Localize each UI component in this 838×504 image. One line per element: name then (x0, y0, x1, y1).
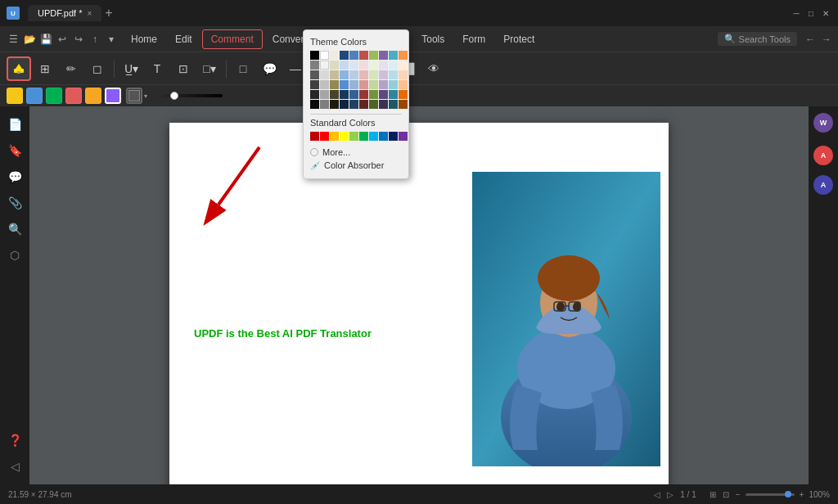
ai-badge-b[interactable]: A (813, 175, 833, 195)
color-cell[interactable] (389, 51, 398, 60)
color-cell[interactable] (340, 61, 349, 70)
color-cell[interactable] (379, 70, 388, 79)
color-cell[interactable] (310, 80, 319, 89)
color-picker-btn[interactable]: ▾ (126, 88, 147, 104)
std-color-cell[interactable] (369, 132, 378, 141)
color-cell[interactable] (369, 61, 378, 70)
swatch-green[interactable] (46, 88, 62, 104)
sidebar-collapse-btn[interactable]: ◁ (3, 455, 26, 478)
eraser-tool-btn[interactable]: ◻ (85, 56, 110, 81)
color-cell[interactable] (399, 100, 408, 109)
color-cell[interactable] (369, 51, 378, 60)
fit-page-icon[interactable]: ⊞ (710, 490, 716, 499)
color-cell[interactable] (310, 61, 319, 70)
close-icon[interactable]: ✕ (820, 7, 831, 19)
color-cell[interactable] (379, 61, 388, 70)
color-cell[interactable] (310, 70, 319, 79)
sidebar-help-btn[interactable]: ❓ (3, 429, 26, 452)
color-cell[interactable] (340, 90, 349, 99)
color-cell[interactable] (369, 70, 378, 79)
color-cell[interactable] (349, 51, 358, 60)
color-cell[interactable] (320, 90, 329, 99)
color-cell[interactable] (379, 51, 388, 60)
new-tab-btn[interactable]: + (105, 6, 112, 20)
color-cell[interactable] (379, 100, 388, 109)
callout-tool-btn[interactable]: □ (231, 56, 255, 81)
crop-tool-btn[interactable]: ⊡ (171, 56, 196, 81)
menu-form[interactable]: Form (454, 30, 493, 48)
export-icon[interactable]: ↑ (88, 33, 101, 46)
sidebar-page-btn[interactable]: 📄 (3, 113, 26, 136)
color-cell[interactable] (399, 70, 408, 79)
color-cell[interactable] (349, 90, 358, 99)
color-cell[interactable] (389, 80, 398, 89)
pen-tool-btn[interactable]: ✏ (59, 56, 83, 81)
undo-icon[interactable]: ↩ (56, 33, 69, 46)
sidebar-search-btn[interactable]: 🔍 (3, 218, 26, 241)
color-cell[interactable] (399, 80, 408, 89)
std-color-cell[interactable] (359, 132, 368, 141)
color-cell[interactable] (349, 61, 358, 70)
open-icon[interactable]: 📂 (23, 33, 36, 46)
color-cell[interactable] (320, 100, 329, 109)
eye-tool-btn[interactable]: 👁 (421, 56, 446, 81)
std-color-cell[interactable] (389, 132, 398, 141)
content-area[interactable]: UPDF is the Best AI PDF Translator (29, 106, 809, 484)
color-cell[interactable] (310, 90, 319, 99)
swatch-purple[interactable] (105, 88, 121, 104)
more-icon[interactable]: ▾ (105, 33, 118, 46)
color-cell[interactable] (330, 100, 339, 109)
color-cell[interactable] (379, 80, 388, 89)
menu-home[interactable]: Home (123, 30, 165, 48)
sidebar-attach-btn[interactable]: 📎 (3, 191, 26, 214)
redo-icon[interactable]: ↪ (72, 33, 85, 46)
color-cell[interactable] (359, 80, 368, 89)
color-cell[interactable] (330, 51, 339, 60)
std-color-cell[interactable] (340, 132, 349, 141)
nav-forward-icon[interactable]: → (822, 34, 831, 45)
save-icon[interactable]: 💾 (39, 33, 52, 46)
minimize-icon[interactable]: ─ (791, 7, 802, 19)
menu-protect[interactable]: Protect (495, 30, 543, 48)
prev-page-icon[interactable]: ◁ (654, 490, 660, 499)
color-cell[interactable] (359, 51, 368, 60)
highlight-tool-btn[interactable] (7, 56, 31, 81)
color-cell[interactable] (330, 90, 339, 99)
color-cell[interactable] (340, 51, 349, 60)
color-cell[interactable] (320, 61, 329, 70)
color-cell[interactable] (389, 100, 398, 109)
swatch-orange[interactable] (85, 88, 101, 104)
color-cell[interactable] (369, 90, 378, 99)
color-cell[interactable] (340, 70, 349, 79)
fit-width-icon[interactable]: ⊡ (723, 490, 729, 499)
menu-comment[interactable]: Comment (202, 29, 263, 49)
zoom-in-icon[interactable]: + (800, 490, 804, 499)
sidebar-bookmark-btn[interactable]: 🔖 (3, 139, 26, 162)
shape-tool-btn[interactable]: □▾ (197, 56, 222, 81)
more-colors-option[interactable]: More... (310, 146, 402, 159)
zoom-slider[interactable] (746, 493, 795, 496)
ai-badge-a[interactable]: A (813, 146, 833, 165)
sidebar-comment-btn[interactable]: 💬 (3, 165, 26, 188)
zoom-out-icon[interactable]: − (736, 490, 741, 499)
color-cell[interactable] (389, 90, 398, 99)
color-absorber-option[interactable]: 💉 Color Absorber (310, 159, 402, 172)
note-tool-btn[interactable]: 💬 (257, 56, 282, 81)
color-cell[interactable] (369, 80, 378, 89)
sidebar-layers-btn[interactable]: ⬡ (3, 244, 26, 267)
text-tool-btn[interactable]: T (145, 56, 169, 81)
color-cell[interactable] (310, 51, 319, 60)
color-cell[interactable] (349, 80, 358, 89)
color-cell[interactable] (320, 70, 329, 79)
color-cell[interactable] (359, 100, 368, 109)
stamp-tool-btn[interactable]: ⊞ (33, 56, 57, 81)
opacity-slider[interactable] (157, 94, 223, 97)
color-cell[interactable] (399, 90, 408, 99)
color-cell[interactable] (359, 90, 368, 99)
maximize-icon[interactable]: □ (805, 7, 817, 19)
std-color-cell[interactable] (330, 132, 339, 141)
swatch-blue[interactable] (26, 88, 43, 104)
file-icon[interactable]: ☰ (7, 33, 20, 46)
color-cell[interactable] (310, 100, 319, 109)
std-color-cell[interactable] (320, 132, 329, 141)
